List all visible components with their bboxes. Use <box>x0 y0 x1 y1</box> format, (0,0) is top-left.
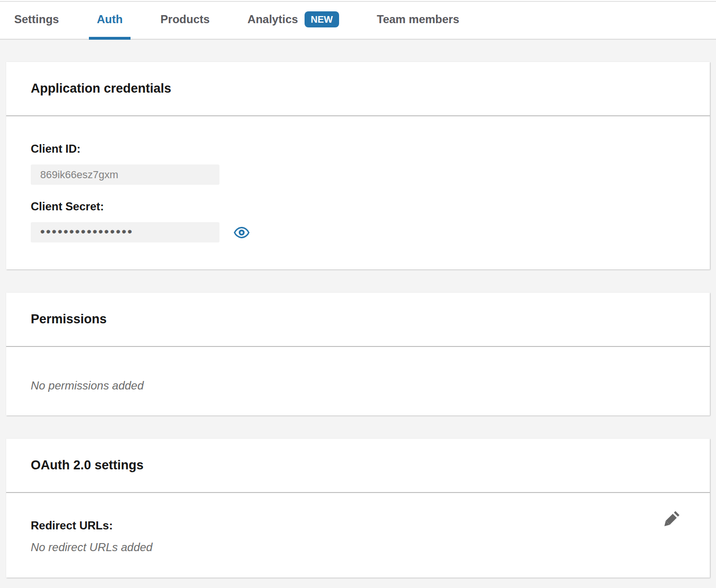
permissions-title: Permissions <box>31 312 107 327</box>
tab-products-label: Products <box>160 13 210 26</box>
client-secret-field[interactable]: •••••••••••••••• <box>31 222 219 242</box>
tab-team-members[interactable]: Team members <box>369 0 467 39</box>
application-credentials-body: Client ID: 869ik66esz7gxm Client Secret:… <box>6 116 710 269</box>
app-tab-bar: Settings Auth Products Analytics NEW Tea… <box>0 0 716 40</box>
tab-auth[interactable]: Auth <box>89 0 131 39</box>
application-credentials-header: Application credentials <box>6 62 710 116</box>
redirect-urls-label: Redirect URLs: <box>31 519 685 531</box>
permissions-body: No permissions added <box>6 347 710 415</box>
client-secret-row: •••••••••••••••• <box>31 212 685 242</box>
oauth-settings-header: OAuth 2.0 settings <box>6 439 710 493</box>
application-credentials-card: Application credentials Client ID: 869ik… <box>6 62 710 269</box>
client-id-value: 869ik66esz7gxm <box>40 169 118 181</box>
permissions-card: Permissions No permissions added <box>6 293 710 415</box>
auth-tab-content: Application credentials Client ID: 869ik… <box>0 40 716 578</box>
pencil-icon <box>660 508 682 531</box>
permissions-header: Permissions <box>6 293 710 347</box>
oauth-settings-title: OAuth 2.0 settings <box>31 458 144 473</box>
tab-settings-label: Settings <box>14 13 59 26</box>
client-id-label: Client ID: <box>31 143 685 155</box>
client-secret-masked-value: •••••••••••••••• <box>40 225 133 238</box>
no-redirect-urls-text: No redirect URLs added <box>31 541 685 554</box>
tab-analytics[interactable]: Analytics NEW <box>239 0 347 39</box>
oauth-settings-body: Redirect URLs: No redirect URLs added <box>6 493 710 578</box>
edit-redirect-urls-button[interactable] <box>660 508 682 531</box>
tab-products[interactable]: Products <box>152 0 218 39</box>
new-badge: NEW <box>305 11 339 27</box>
tab-settings[interactable]: Settings <box>6 0 67 39</box>
reveal-secret-button[interactable] <box>234 226 250 239</box>
tab-analytics-label: Analytics <box>247 13 298 26</box>
tab-team-members-label: Team members <box>377 13 459 26</box>
no-permissions-text: No permissions added <box>31 379 685 392</box>
oauth-settings-card: OAuth 2.0 settings Redirect URLs: No red… <box>6 439 710 578</box>
tab-auth-label: Auth <box>97 13 123 26</box>
eye-icon <box>234 226 250 239</box>
client-secret-label: Client Secret: <box>31 200 685 212</box>
client-id-field[interactable]: 869ik66esz7gxm <box>31 164 219 185</box>
application-credentials-title: Application credentials <box>31 81 171 96</box>
